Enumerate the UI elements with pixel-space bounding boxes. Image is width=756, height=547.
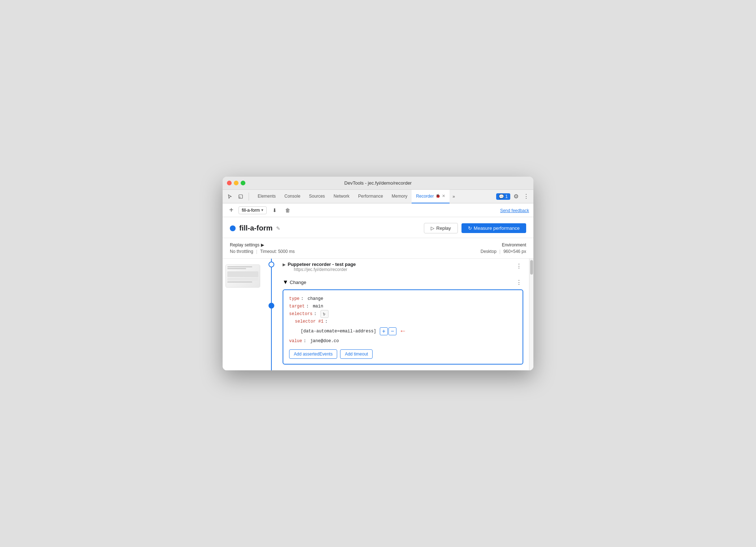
step-1-more-button[interactable]: ⋮: [515, 262, 523, 270]
dock-icon[interactable]: [236, 192, 245, 201]
timeline-node-2: [269, 303, 274, 309]
edit-title-icon[interactable]: ✎: [276, 225, 280, 231]
tabbar-icons: [225, 192, 250, 201]
send-feedback-link[interactable]: Send feedback: [500, 208, 529, 213]
settings-bar: Replay settings ▶ No throttling | Timeou…: [223, 238, 533, 259]
step-2-change: ▼ Change ⋮ type :: [283, 278, 523, 365]
step-2-title: Change: [290, 280, 306, 285]
recorder-bug-icon: 🐞: [435, 194, 441, 198]
replay-settings-values: No throttling | Timeout: 5000 ms: [230, 249, 295, 254]
environment-values: Desktop | 960×546 px: [481, 249, 526, 254]
tabbar-right: 💬 1 ⚙ ⋮: [496, 192, 531, 201]
target-value: main: [313, 303, 323, 310]
export-button[interactable]: ⬇: [270, 205, 280, 215]
tab-separator: [249, 193, 249, 201]
more-options-button[interactable]: ⋮: [522, 192, 531, 201]
tab-network[interactable]: Network: [329, 190, 354, 203]
add-recording-button[interactable]: +: [227, 206, 236, 215]
maximize-traffic-light[interactable]: [241, 181, 245, 185]
timeline-line: [271, 259, 272, 370]
steps-area: ▶ Puppeteer recorder - test page https:/…: [223, 259, 533, 370]
step-2-more-button[interactable]: ⋮: [515, 278, 523, 287]
add-selector-button[interactable]: +: [380, 327, 388, 335]
step-2-expand-icon[interactable]: ▼: [283, 279, 288, 285]
add-asserted-events-button[interactable]: Add assertedEvents: [289, 349, 337, 359]
steps-scroll: ▶ Puppeteer recorder - test page https:/…: [223, 259, 529, 370]
close-traffic-light[interactable]: [227, 181, 232, 185]
type-key: type: [289, 295, 300, 302]
more-tabs-button[interactable]: »: [450, 192, 458, 201]
add-subtract-btns: + −: [380, 327, 396, 335]
traffic-lights: [227, 181, 245, 185]
thumbnail-content: [226, 265, 260, 287]
code-line-selectors: selectors :: [289, 310, 517, 318]
step-2-header: ▼ Change ⋮: [283, 278, 523, 287]
timeline-steps: ▶ Puppeteer recorder - test page https:/…: [266, 259, 529, 370]
tab-performance[interactable]: Performance: [354, 190, 387, 203]
steps-content: ▶ Puppeteer recorder - test page https:/…: [277, 259, 529, 370]
code-block: type : change target : main: [283, 289, 523, 365]
selector-value: [data-automate=email-address]: [301, 328, 376, 335]
recording-status-dot: [230, 225, 236, 231]
tabbar: Elements Console Sources Network Perform…: [223, 190, 533, 203]
add-timeout-button[interactable]: Add timeout: [340, 349, 373, 359]
replay-settings-label[interactable]: Replay settings ▶: [230, 242, 295, 247]
recording-title: fill-a-form: [239, 224, 272, 232]
titlebar: DevTools - jec.fyi/demo/recorder: [223, 177, 533, 190]
selector-picker-button[interactable]: [321, 310, 328, 318]
scrollbar[interactable]: [529, 259, 533, 370]
red-arrow-indicator: ←: [401, 325, 405, 337]
timeline: [266, 259, 277, 370]
code-line-type: type : change: [289, 295, 517, 302]
recording-selector[interactable]: fill-a-form ▾: [239, 206, 267, 214]
tab-close-icon[interactable]: ✕: [442, 194, 445, 198]
delete-button[interactable]: 🗑: [283, 205, 293, 215]
dropdown-arrow-icon: ▾: [261, 208, 263, 212]
thumb-line-3: [227, 281, 252, 283]
code-actions: Add assertedEvents Add timeout: [289, 349, 517, 359]
environment-label: Environment: [481, 242, 526, 247]
tab-elements[interactable]: Elements: [253, 190, 280, 203]
thumb-block-2: [227, 278, 258, 281]
code-line-selector-1: selector #1 :: [289, 318, 517, 325]
recording-header: fill-a-form ✎ ▷ Replay ↻ Measure perform…: [223, 217, 533, 238]
step-1-url: https://jec.fyi/demo/recorder: [294, 267, 356, 272]
step-1-expand-icon[interactable]: ▶: [283, 262, 285, 267]
type-value: change: [308, 295, 323, 302]
toolbar: + fill-a-form ▾ ⬇ 🗑 Send feedback: [223, 203, 533, 217]
environment-section: Environment Desktop | 960×546 px: [481, 242, 526, 254]
code-line-target: target : main: [289, 303, 517, 310]
remove-selector-button[interactable]: −: [388, 327, 396, 335]
measure-performance-button[interactable]: ↻ Measure performance: [461, 223, 526, 233]
settings-button[interactable]: ⚙: [512, 192, 520, 201]
step-thumbnail: [225, 264, 260, 288]
chat-badge[interactable]: 💬 1: [496, 193, 510, 200]
step-1: ▶ Puppeteer recorder - test page https:/…: [283, 262, 523, 272]
thumb-block-1: [227, 271, 258, 277]
selector-label: selector #1: [295, 318, 323, 325]
step-1-header-main: ▶ Puppeteer recorder - test page https:/…: [283, 262, 356, 272]
value-key: value: [289, 337, 302, 345]
play-icon: ▷: [431, 225, 434, 231]
code-line-selector-value: [data-automate=email-address] + − ←: [289, 325, 517, 337]
code-line-value: value : jane@doe.co: [289, 337, 517, 345]
expand-settings-icon: ▶: [261, 242, 264, 247]
step-2-header-left: ▼ Change: [283, 279, 306, 285]
cursor-icon[interactable]: [225, 192, 234, 201]
header-actions: ▷ Replay ↻ Measure performance: [424, 223, 526, 233]
toolbar-right: Send feedback: [500, 207, 529, 214]
step-1-title: Puppeteer recorder - test page: [288, 262, 356, 267]
devtools-panel: Elements Console Sources Network Perform…: [223, 190, 533, 370]
tab-memory[interactable]: Memory: [387, 190, 412, 203]
replay-button[interactable]: ▷ Replay: [424, 223, 458, 233]
tab-sources[interactable]: Sources: [305, 190, 329, 203]
svg-rect-1: [239, 197, 241, 198]
scrollbar-thumb[interactable]: [530, 260, 533, 275]
value-value: jane@doe.co: [310, 337, 339, 345]
thumb-line-2: [227, 268, 246, 269]
main-content: fill-a-form ✎ ▷ Replay ↻ Measure perform…: [223, 217, 533, 370]
minimize-traffic-light[interactable]: [234, 181, 239, 185]
tab-console[interactable]: Console: [280, 190, 305, 203]
step-1-header: ▶ Puppeteer recorder - test page https:/…: [283, 262, 523, 272]
tab-recorder[interactable]: Recorder 🐞 ✕: [412, 190, 449, 203]
